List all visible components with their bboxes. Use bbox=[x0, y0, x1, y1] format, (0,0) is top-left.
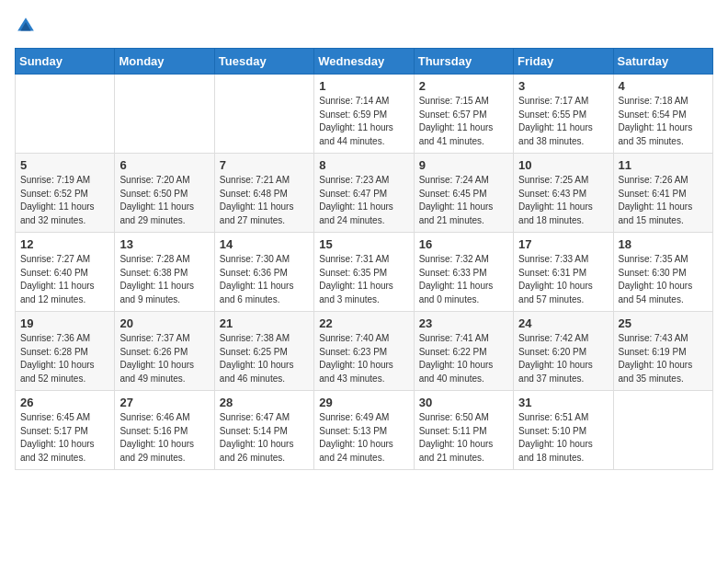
day-number: 14 bbox=[220, 237, 309, 251]
day-info: Sunrise: 7:18 AM Sunset: 6:54 PM Dayligh… bbox=[619, 95, 708, 148]
day-info: Sunrise: 6:50 AM Sunset: 5:11 PM Dayligh… bbox=[419, 411, 508, 465]
day-number: 21 bbox=[220, 316, 309, 330]
calendar-cell: 18Sunrise: 7:35 AM Sunset: 6:30 PM Dayli… bbox=[613, 233, 712, 312]
calendar-cell: 8Sunrise: 7:23 AM Sunset: 6:47 PM Daylig… bbox=[314, 154, 414, 233]
day-number: 16 bbox=[419, 237, 508, 251]
day-number: 25 bbox=[619, 316, 708, 330]
calendar-cell: 9Sunrise: 7:24 AM Sunset: 6:45 PM Daylig… bbox=[414, 154, 513, 233]
calendar-week-row: 5Sunrise: 7:19 AM Sunset: 6:52 PM Daylig… bbox=[16, 154, 713, 233]
day-number: 28 bbox=[220, 396, 309, 409]
day-number: 7 bbox=[220, 158, 309, 172]
calendar-week-row: 12Sunrise: 7:27 AM Sunset: 6:40 PM Dayli… bbox=[16, 233, 713, 312]
day-number: 31 bbox=[518, 396, 608, 409]
calendar-cell bbox=[16, 75, 115, 154]
calendar-cell: 15Sunrise: 7:31 AM Sunset: 6:35 PM Dayli… bbox=[314, 233, 414, 312]
day-number: 15 bbox=[319, 237, 408, 251]
day-number: 22 bbox=[319, 316, 408, 330]
day-of-week-header: Friday bbox=[514, 49, 613, 75]
calendar-cell: 21Sunrise: 7:38 AM Sunset: 6:25 PM Dayli… bbox=[214, 312, 313, 391]
calendar-cell: 16Sunrise: 7:32 AM Sunset: 6:33 PM Dayli… bbox=[414, 233, 513, 312]
day-of-week-header: Monday bbox=[115, 49, 214, 75]
day-number: 29 bbox=[319, 396, 408, 409]
calendar-cell: 3Sunrise: 7:17 AM Sunset: 6:55 PM Daylig… bbox=[514, 75, 613, 154]
calendar-cell: 11Sunrise: 7:26 AM Sunset: 6:41 PM Dayli… bbox=[613, 154, 712, 233]
calendar-cell: 10Sunrise: 7:25 AM Sunset: 6:43 PM Dayli… bbox=[514, 154, 613, 233]
day-info: Sunrise: 7:33 AM Sunset: 6:31 PM Dayligh… bbox=[518, 253, 608, 306]
day-info: Sunrise: 7:14 AM Sunset: 6:59 PM Dayligh… bbox=[319, 95, 408, 148]
calendar-cell bbox=[214, 75, 313, 154]
calendar-cell: 5Sunrise: 7:19 AM Sunset: 6:52 PM Daylig… bbox=[16, 154, 115, 233]
calendar-cell: 22Sunrise: 7:40 AM Sunset: 6:23 PM Dayli… bbox=[314, 312, 414, 391]
day-number: 23 bbox=[419, 316, 508, 330]
calendar-week-row: 19Sunrise: 7:36 AM Sunset: 6:28 PM Dayli… bbox=[16, 312, 713, 391]
calendar-cell: 23Sunrise: 7:41 AM Sunset: 6:22 PM Dayli… bbox=[414, 312, 513, 391]
day-info: Sunrise: 7:31 AM Sunset: 6:35 PM Dayligh… bbox=[319, 253, 408, 306]
day-info: Sunrise: 6:45 AM Sunset: 5:17 PM Dayligh… bbox=[20, 411, 109, 465]
calendar-table: SundayMondayTuesdayWednesdayThursdayFrid… bbox=[15, 48, 713, 470]
day-info: Sunrise: 6:47 AM Sunset: 5:14 PM Dayligh… bbox=[220, 411, 309, 465]
calendar-cell: 29Sunrise: 6:49 AM Sunset: 5:13 PM Dayli… bbox=[314, 391, 414, 470]
day-number: 26 bbox=[20, 396, 109, 409]
day-number: 9 bbox=[419, 158, 508, 172]
day-of-week-header: Sunday bbox=[16, 49, 115, 75]
day-info: Sunrise: 7:35 AM Sunset: 6:30 PM Dayligh… bbox=[619, 253, 708, 306]
day-of-week-header: Thursday bbox=[414, 49, 513, 75]
day-info: Sunrise: 7:30 AM Sunset: 6:36 PM Dayligh… bbox=[220, 253, 309, 306]
logo-icon bbox=[15, 15, 37, 37]
calendar-cell: 30Sunrise: 6:50 AM Sunset: 5:11 PM Dayli… bbox=[414, 391, 513, 470]
calendar-week-row: 1Sunrise: 7:14 AM Sunset: 6:59 PM Daylig… bbox=[16, 75, 713, 154]
day-info: Sunrise: 7:17 AM Sunset: 6:55 PM Dayligh… bbox=[518, 95, 608, 148]
day-number: 13 bbox=[119, 237, 209, 251]
day-of-week-header: Wednesday bbox=[314, 49, 414, 75]
day-info: Sunrise: 7:32 AM Sunset: 6:33 PM Dayligh… bbox=[419, 253, 508, 306]
day-info: Sunrise: 7:40 AM Sunset: 6:23 PM Dayligh… bbox=[319, 332, 408, 385]
calendar-cell: 7Sunrise: 7:21 AM Sunset: 6:48 PM Daylig… bbox=[214, 154, 313, 233]
day-number: 5 bbox=[20, 158, 109, 172]
day-info: Sunrise: 7:26 AM Sunset: 6:41 PM Dayligh… bbox=[619, 174, 708, 227]
day-number: 10 bbox=[518, 158, 608, 172]
day-info: Sunrise: 6:51 AM Sunset: 5:10 PM Dayligh… bbox=[518, 411, 608, 465]
calendar-week-row: 26Sunrise: 6:45 AM Sunset: 5:17 PM Dayli… bbox=[16, 391, 713, 470]
day-number: 12 bbox=[20, 237, 109, 251]
day-info: Sunrise: 7:25 AM Sunset: 6:43 PM Dayligh… bbox=[518, 174, 608, 227]
day-info: Sunrise: 7:37 AM Sunset: 6:26 PM Dayligh… bbox=[119, 332, 209, 385]
calendar-cell: 19Sunrise: 7:36 AM Sunset: 6:28 PM Dayli… bbox=[16, 312, 115, 391]
day-of-week-header: Tuesday bbox=[214, 49, 313, 75]
calendar-cell: 28Sunrise: 6:47 AM Sunset: 5:14 PM Dayli… bbox=[214, 391, 313, 470]
day-info: Sunrise: 7:20 AM Sunset: 6:50 PM Dayligh… bbox=[119, 174, 209, 227]
calendar-cell: 27Sunrise: 6:46 AM Sunset: 5:16 PM Dayli… bbox=[115, 391, 214, 470]
day-info: Sunrise: 7:21 AM Sunset: 6:48 PM Dayligh… bbox=[220, 174, 309, 227]
day-info: Sunrise: 6:46 AM Sunset: 5:16 PM Dayligh… bbox=[119, 411, 209, 465]
day-info: Sunrise: 7:38 AM Sunset: 6:25 PM Dayligh… bbox=[220, 332, 309, 385]
day-info: Sunrise: 7:23 AM Sunset: 6:47 PM Dayligh… bbox=[319, 174, 408, 227]
day-number: 17 bbox=[518, 237, 608, 251]
day-number: 20 bbox=[119, 316, 209, 330]
calendar-cell: 26Sunrise: 6:45 AM Sunset: 5:17 PM Dayli… bbox=[16, 391, 115, 470]
day-info: Sunrise: 7:36 AM Sunset: 6:28 PM Dayligh… bbox=[20, 332, 109, 385]
day-number: 18 bbox=[619, 237, 708, 251]
day-number: 30 bbox=[419, 396, 508, 409]
day-number: 1 bbox=[319, 79, 408, 93]
day-number: 6 bbox=[119, 158, 209, 172]
calendar-cell: 20Sunrise: 7:37 AM Sunset: 6:26 PM Dayli… bbox=[115, 312, 214, 391]
day-number: 2 bbox=[419, 79, 508, 93]
day-info: Sunrise: 7:19 AM Sunset: 6:52 PM Dayligh… bbox=[20, 174, 109, 227]
day-info: Sunrise: 7:27 AM Sunset: 6:40 PM Dayligh… bbox=[20, 253, 109, 306]
calendar-cell bbox=[115, 75, 214, 154]
day-of-week-header: Saturday bbox=[613, 49, 712, 75]
calendar-cell: 31Sunrise: 6:51 AM Sunset: 5:10 PM Dayli… bbox=[514, 391, 613, 470]
calendar-cell: 13Sunrise: 7:28 AM Sunset: 6:38 PM Dayli… bbox=[115, 233, 214, 312]
calendar-cell: 24Sunrise: 7:42 AM Sunset: 6:20 PM Dayli… bbox=[514, 312, 613, 391]
day-info: Sunrise: 6:49 AM Sunset: 5:13 PM Dayligh… bbox=[319, 411, 408, 465]
calendar-cell: 14Sunrise: 7:30 AM Sunset: 6:36 PM Dayli… bbox=[214, 233, 313, 312]
calendar-cell: 4Sunrise: 7:18 AM Sunset: 6:54 PM Daylig… bbox=[613, 75, 712, 154]
calendar-cell: 1Sunrise: 7:14 AM Sunset: 6:59 PM Daylig… bbox=[314, 75, 414, 154]
page-header bbox=[15, 15, 713, 37]
calendar-cell: 2Sunrise: 7:15 AM Sunset: 6:57 PM Daylig… bbox=[414, 75, 513, 154]
calendar-cell bbox=[613, 391, 712, 470]
calendar-cell: 25Sunrise: 7:43 AM Sunset: 6:19 PM Dayli… bbox=[613, 312, 712, 391]
day-number: 3 bbox=[518, 79, 608, 93]
day-info: Sunrise: 7:15 AM Sunset: 6:57 PM Dayligh… bbox=[419, 95, 508, 148]
day-info: Sunrise: 7:43 AM Sunset: 6:19 PM Dayligh… bbox=[619, 332, 708, 385]
calendar-header-row: SundayMondayTuesdayWednesdayThursdayFrid… bbox=[16, 49, 713, 75]
